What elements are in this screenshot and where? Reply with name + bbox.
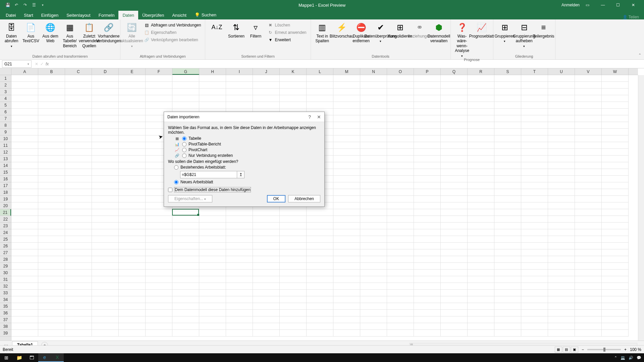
advanced-filter-button[interactable]: ▼Erweitert	[266, 37, 308, 43]
redo-icon[interactable]: ↷	[22, 2, 28, 8]
row-header[interactable]: 31	[0, 276, 11, 283]
row-header[interactable]: 33	[0, 290, 11, 296]
column-header[interactable]: P	[414, 68, 441, 75]
radio-table[interactable]	[182, 136, 186, 141]
row-header[interactable]: 11	[0, 142, 11, 149]
row-header[interactable]: 13	[0, 156, 11, 162]
view-pagebreak-button[interactable]: ▣	[571, 347, 578, 353]
signin-link[interactable]: Anmelden	[561, 3, 580, 7]
row-header[interactable]: 7	[0, 115, 11, 122]
refresh-all-button[interactable]: 🔄Alle aktualisieren▾	[123, 21, 141, 48]
recent-sources-button[interactable]: 📋Zuletzt verwendete Quellen	[80, 21, 98, 48]
tab-layout[interactable]: Seitenlayout	[62, 11, 95, 19]
row-header[interactable]: 23	[0, 223, 11, 229]
radio-pivottable[interactable]	[182, 142, 186, 146]
name-box[interactable]: G21 ▾	[2, 60, 32, 68]
row-header[interactable]: 36	[0, 310, 11, 316]
dialog-titlebar[interactable]: Daten importieren ? ✕	[164, 112, 324, 122]
dialog-help-button[interactable]: ?	[308, 114, 311, 120]
row-header[interactable]: 34	[0, 296, 11, 303]
start-button[interactable]: ⊞	[0, 353, 13, 362]
radio-connection-only[interactable]	[182, 154, 186, 158]
taskbar-excel[interactable]: X	[51, 353, 64, 362]
filter-button[interactable]: ▿Filtern	[247, 21, 264, 39]
column-header[interactable]: N	[360, 68, 387, 75]
column-header[interactable]: A	[11, 68, 38, 75]
view-normal-button[interactable]: ▦	[555, 347, 562, 353]
tray-volume-icon[interactable]: 🔊	[629, 356, 633, 360]
text-to-columns-button[interactable]: ▥Text in Spalten	[314, 21, 331, 44]
column-header[interactable]: B	[38, 68, 65, 75]
column-header[interactable]: F	[146, 68, 172, 75]
column-header[interactable]: J	[253, 68, 280, 75]
radio-pivotchart[interactable]	[182, 148, 186, 152]
cancel-button[interactable]: Abbrechen	[288, 195, 320, 202]
forecast-button[interactable]: 📈Prognoseblatt	[473, 21, 490, 39]
row-header[interactable]: 35	[0, 303, 11, 310]
row-header[interactable]: 9	[0, 129, 11, 135]
column-header[interactable]: D	[92, 68, 119, 75]
zoom-in-button[interactable]: +	[624, 347, 627, 352]
row-header[interactable]: 10	[0, 135, 11, 142]
column-header[interactable]: G	[172, 68, 199, 75]
row-header[interactable]: 15	[0, 169, 11, 176]
tab-data[interactable]: Daten	[118, 11, 138, 19]
collapse-ribbon-button[interactable]: ⌃	[638, 53, 641, 57]
from-table-button[interactable]: ▦Aus Tabelle/ Bereich	[61, 21, 78, 48]
column-header[interactable]: K	[280, 68, 307, 75]
zoom-out-button[interactable]: −	[582, 347, 584, 352]
row-header[interactable]: 25	[0, 236, 11, 243]
data-model-button[interactable]: ⬢Datenmodell verwalten	[430, 21, 448, 44]
column-header[interactable]: W	[602, 68, 629, 75]
zoom-slider[interactable]	[587, 349, 621, 350]
row-header[interactable]: 3	[0, 88, 11, 95]
row-header[interactable]: 24	[0, 229, 11, 236]
ungroup-button[interactable]: ⊟Gruppierung aufheben▾	[516, 21, 533, 48]
column-header[interactable]: L	[307, 68, 333, 75]
tray-network-icon[interactable]: 💻	[621, 356, 625, 360]
qat-dropdown-icon[interactable]: ▾	[40, 2, 45, 8]
tab-review[interactable]: Überprüfen	[138, 11, 168, 19]
existing-conn-button[interactable]: 🔗Vorhandene Verbindungen	[100, 21, 117, 44]
touch-mode-icon[interactable]: ☰	[31, 2, 37, 8]
row-header[interactable]: 27	[0, 249, 11, 256]
whatif-button[interactable]: ❓Was-wäre-wenn-Analyse▾	[453, 21, 471, 58]
radio-existing-sheet[interactable]	[174, 165, 178, 170]
row-header[interactable]: 38	[0, 323, 11, 330]
row-header[interactable]: 39	[0, 330, 11, 337]
row-header[interactable]: 20	[0, 202, 11, 209]
checkbox-add-to-model[interactable]	[168, 188, 172, 192]
tab-start[interactable]: Start	[20, 11, 37, 19]
row-header[interactable]: 5	[0, 102, 11, 109]
flash-fill-button[interactable]: ⚡Blitzvorschau	[333, 21, 351, 39]
taskbar-explorer[interactable]: 📁	[13, 353, 25, 362]
row-header[interactable]: 1	[0, 75, 11, 82]
column-header[interactable]: I	[226, 68, 253, 75]
close-button[interactable]: ✕	[626, 0, 641, 10]
row-header[interactable]: 22	[0, 216, 11, 223]
group-button[interactable]: ⊞Gruppieren▾	[496, 21, 514, 43]
row-header[interactable]: 30	[0, 269, 11, 276]
cell-area[interactable]	[11, 75, 638, 341]
row-header[interactable]: 2	[0, 82, 11, 88]
zoom-level[interactable]: 100 %	[630, 347, 641, 352]
view-layout-button[interactable]: ▤	[563, 347, 570, 353]
vertical-scrollbar[interactable]	[638, 75, 644, 341]
row-header[interactable]: 37	[0, 316, 11, 323]
minimize-button[interactable]: —	[595, 0, 610, 10]
from-csv-button[interactable]: 📄Aus Text/CSV	[22, 21, 40, 44]
tray-notifications-icon[interactable]: 💬	[637, 356, 641, 360]
ok-button[interactable]: OK	[267, 195, 285, 202]
select-all-corner[interactable]	[0, 68, 11, 75]
remove-duplicates-button[interactable]: ⛔Duplikate entfernen	[353, 21, 370, 44]
ribbon-display-icon[interactable]: ▭	[586, 3, 589, 7]
tab-insert[interactable]: Einfügen	[37, 11, 62, 19]
queries-button[interactable]: ▤Abfragen und Verbindungen	[143, 22, 202, 28]
from-web-button[interactable]: 🌐Aus dem Web	[42, 21, 59, 44]
row-header[interactable]: 29	[0, 263, 11, 269]
row-header[interactable]: 18	[0, 189, 11, 196]
column-header[interactable]: U	[548, 68, 575, 75]
column-header[interactable]: S	[494, 68, 521, 75]
tab-search[interactable]: 💡 Suchen	[191, 10, 220, 19]
share-button[interactable]: 👤 Teilen	[623, 15, 639, 19]
